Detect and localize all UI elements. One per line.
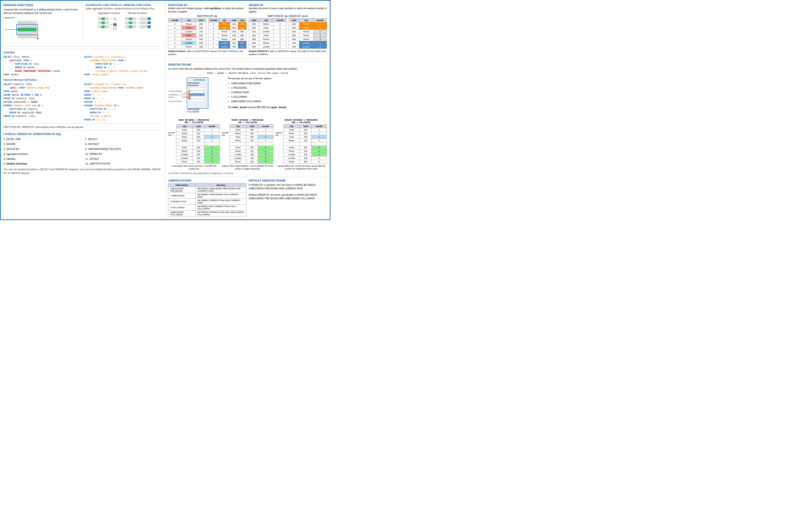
svg-rect-0: [18, 21, 36, 24]
groups-current-row-label: currentrow →: [275, 124, 282, 136]
code-grid-2: SELECT country, city, rank() OVER countr…: [3, 83, 162, 121]
bounds-title: The bounds can be any of the five option…: [228, 77, 286, 81]
logical-order-section: LOGICAL ORDER OF OPERATIONS IN SQL 1. FR…: [3, 130, 162, 175]
partition-by-title: PARTITION BY: [168, 3, 246, 7]
current-row-label: current row →: [3, 17, 46, 19]
groups-frame-title: GROUPS BETWEEN 1 PRECEDINGAND 1 FOLLOWIN…: [275, 119, 327, 124]
svg-rect-13: [98, 22, 101, 24]
svg-rect-20: [98, 26, 101, 28]
svg-rect-35: [129, 22, 132, 24]
agg-wf-diagrams: Aggregate Functions →: [85, 12, 162, 40]
order-item-6: 6. window functions: [3, 162, 81, 166]
svg-text:1: 1: [148, 26, 149, 28]
groups-note: As of 2020, GROUPS is only supported in …: [168, 172, 327, 174]
bound-1: UNBOUNDED PRECEDING: [231, 81, 286, 85]
svg-rect-42: [125, 26, 128, 28]
order-item-1: 1. FROM, JOIN: [3, 137, 81, 141]
default-wf-title: DEFAULT WINDOW FRAME: [249, 179, 327, 182]
partition-tables: monthcitysold 1Rome200 2Paris500 1London…: [168, 18, 246, 49]
abbrev-row-2: n PRECEDING BETWEEN n PRECEDING AND CURR…: [168, 193, 246, 199]
svg-rect-14: [102, 22, 105, 24]
svg-text:1: 1: [114, 24, 115, 26]
svg-text:1: 1: [148, 18, 149, 20]
partition-by-section: PARTITION BY divides rows into multiple …: [168, 3, 246, 56]
svg-text:→: →: [137, 25, 140, 28]
agg-label: Aggregate Functions: [98, 12, 120, 15]
svg-text:UNBOUNDED: UNBOUNDED: [187, 82, 200, 84]
order-item-9: 9. UNION/INTERSECT/EXCEPT: [85, 147, 162, 151]
partition-by-desc: divides rows into multiple groups, calle…: [168, 7, 246, 13]
orderby-table-title: PARTITION BY city ORDER BY month: [249, 15, 327, 18]
bound-3: CURRENT ROW: [231, 90, 286, 94]
svg-rect-36: [133, 22, 136, 24]
svg-text:M FOLLOWING: M FOLLOWING: [169, 101, 182, 103]
code-grid-1: SELECT city, month, sum(sold) OVER ( PAR…: [3, 55, 162, 77]
range-frame-title: RANGE BETWEEN 1 PRECEDINGAND 1 FOLLOWING: [222, 119, 273, 124]
groups-frame-section: GROUPS BETWEEN 1 PRECEDINGAND 1 FOLLOWIN…: [275, 119, 327, 170]
abbrev-row-5: UNBOUNDED FOLLOWING BETWEEN CURRENT ROW …: [168, 210, 246, 216]
wf-label: Window Functions: [128, 12, 147, 15]
agg-wf-section: AGGREGATE FUNCTIONS VS. WINDOW FUNCTIONS…: [83, 3, 162, 44]
svg-rect-22: [105, 26, 109, 28]
syntax-section: SYNTAX SELECT city, month, sum(sold) OVE…: [3, 49, 162, 129]
code-block-1: SELECT city, month, sum(sold) OVER ( PAR…: [3, 55, 82, 77]
rows-frame-section: ROWS BETWEEN 1 PRECEDINGAND 1 FOLLOWING …: [168, 119, 220, 170]
order-by-desc: specifies the order of rows in each part…: [249, 7, 327, 13]
abbrev-row-4: n FOLLOWING BETWEEN AND CURRENT ROW AND …: [168, 204, 246, 210]
window-frame-section: WINDOW FRAME is a set of rows that are s…: [168, 61, 327, 174]
agg-wf-subtitle: unlike aggregate functions, window funct…: [85, 7, 162, 10]
svg-text:CURRENT ROW: CURRENT ROW: [192, 94, 206, 96]
wf-intro: WINDOW FUNCTIONS compute their result ba…: [3, 3, 83, 44]
default-partition-note: Default Partition: with no PARTITION BY …: [168, 50, 246, 56]
svg-rect-25: [113, 27, 117, 30]
range-frame-caption: values in the range between 3 and 5 ORDE…: [222, 165, 273, 170]
svg-rect-1: [18, 24, 36, 27]
abbrev-header-2: Meaning: [196, 183, 246, 187]
rows-frame-table: citysoldmonth Paris3001 Rome2001 Paris50…: [176, 124, 220, 164]
agg-svg: → → 1: [97, 16, 121, 40]
svg-rect-55: [191, 88, 205, 90]
wf-desc: compute their result based on a sliding …: [3, 8, 81, 15]
svg-rect-31: [144, 18, 147, 20]
wf-desc: is a set of rows that are somehow relate…: [168, 67, 327, 70]
bounds-list: UNBOUNDED PRECEDING n PRECEDING CURRENT …: [228, 81, 286, 104]
svg-rect-3: [18, 32, 36, 35]
abbrev-table: Abbreviation Meaning UNBOUNDED PRECEDING…: [168, 183, 246, 217]
svg-rect-34: [125, 22, 128, 24]
wf-title: WINDOW FUNCTIONS: [3, 3, 81, 7]
svg-rect-10: [105, 18, 109, 20]
orderby-tables: soldcitymonth 200Rome1 500Paris2 100Lond…: [249, 18, 327, 49]
order-by-section: ORDER BY specifies the order of rows in …: [249, 3, 327, 56]
rows-frame-title: ROWS BETWEEN 1 PRECEDINGAND 1 FOLLOWING: [168, 119, 220, 124]
order-item-7: 7. SELECT: [85, 137, 162, 141]
window-diagram-svg: [3, 20, 46, 44]
aggregate-diagram: Aggregate Functions →: [97, 12, 121, 40]
wf-svg: → 1 → 1: [125, 16, 151, 40]
wf-diagram-area: PARTITION UNBOUNDED PRECEDING N PRECEDIN…: [168, 77, 327, 117]
order-item-8: 8. DISTINCT: [85, 142, 162, 146]
svg-text:→: →: [110, 26, 113, 30]
svg-text:UNBOUNDED: UNBOUNDED: [187, 108, 200, 111]
bottom-row: ABBREVIATIONS Abbreviation Meaning UNBOU…: [168, 177, 327, 217]
partition-input-table: monthcitysold 1Rome200 2Paris500 1London…: [168, 18, 206, 49]
wf-frame-diagram-svg: PARTITION UNBOUNDED PRECEDING N PRECEDIN…: [168, 77, 225, 117]
syntax-title: SYNTAX: [3, 51, 162, 54]
svg-text:→: →: [137, 17, 140, 20]
svg-rect-4: [18, 35, 36, 38]
orderby-input-table: soldcitymonth 200Rome1 500Paris2 100Lond…: [249, 18, 287, 49]
order-by-title: ORDER BY: [249, 3, 327, 7]
final-note: You can use window functions in SELECT a…: [3, 168, 162, 175]
left-panel: WINDOW FUNCTIONS compute their result ba…: [1, 1, 165, 219]
wf-bounds-info: The bounds can be any of the five option…: [228, 77, 286, 117]
svg-rect-27: [129, 18, 132, 20]
order-item-4: 4. aggregate functions: [3, 152, 81, 156]
default-wf-desc-1: If ORDER BY is specified, then the frame…: [249, 183, 327, 190]
svg-text:FOLLOWING: FOLLOWING: [187, 111, 199, 113]
bound-2: n PRECEDING: [231, 86, 286, 90]
window-diagram: Window Functions → 1: [125, 12, 151, 40]
groups-frame-table: citysoldmonth Paris3001 Rome2001 Paris50…: [283, 124, 327, 164]
abbrev-title: ABBREVIATIONS: [168, 179, 246, 182]
svg-rect-60: [191, 99, 205, 102]
svg-text:N PRECEDING: N PRECEDING: [169, 90, 182, 92]
svg-rect-2: [18, 28, 36, 31]
